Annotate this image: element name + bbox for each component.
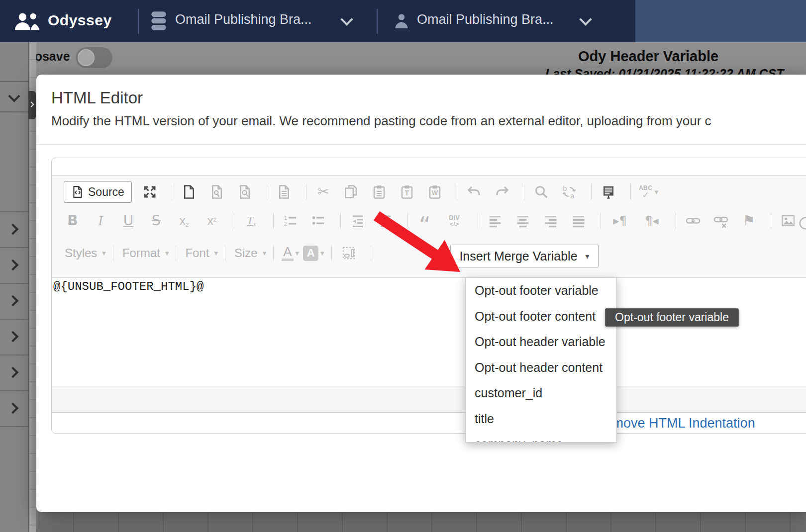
italic-button[interactable]: I [92, 211, 109, 230]
print-icon [277, 184, 292, 199]
select-all-button[interactable] [600, 182, 617, 201]
show-blocks-button[interactable] [340, 244, 358, 263]
background-color-button[interactable]: A ▾ [303, 246, 324, 261]
sidebar-item-chevron-right-icon[interactable] [7, 331, 19, 343]
source-button[interactable]: Source [64, 181, 132, 203]
size-dropdown[interactable]: Size ▾ [233, 246, 266, 260]
align-center-button[interactable] [514, 211, 532, 230]
brand-logo-text[interactable]: Odyssey [48, 12, 112, 29]
align-right-button[interactable] [542, 211, 560, 230]
editor-status-bar [52, 386, 806, 413]
numbered-list-button[interactable]: 1 2 [282, 211, 300, 230]
anchor-button[interactable]: ⚑ [740, 211, 758, 230]
find-button[interactable] [532, 182, 550, 201]
new-page-button[interactable] [180, 182, 198, 201]
increase-indent-button[interactable] [377, 211, 395, 230]
paste-from-word-button[interactable]: W [426, 182, 444, 201]
chevron-down-icon[interactable] [340, 13, 353, 25]
align-left-button[interactable] [486, 211, 504, 230]
screen: Odyssey Omail Publishing Bra... Omail Pu… [0, 0, 806, 532]
source-code-text[interactable]: @{UNSUB_FOOTER_HTML}@ [53, 280, 203, 293]
chevron-down-icon: ▾ [214, 249, 218, 258]
scissors-icon: ✂ [317, 185, 329, 199]
menu-item-customer-id[interactable]: customer_id [466, 380, 616, 406]
navbar-divider [138, 9, 139, 34]
text-direction-rtl-button[interactable]: ¶◂ [641, 211, 663, 230]
underline-button[interactable]: U [119, 211, 137, 230]
source-editing-area[interactable]: @{UNSUB_FOOTER_HTML}@ [52, 278, 806, 386]
insert-link-button[interactable] [684, 211, 702, 230]
chevron-down-icon[interactable] [8, 90, 20, 102]
account-dropdown-label[interactable]: Omail Publishing Bra... [417, 12, 554, 27]
maximize-button[interactable] [141, 182, 159, 201]
superscript-button[interactable]: x2 [203, 211, 221, 230]
templates-button[interactable] [208, 182, 226, 201]
strikethrough-button[interactable]: S [147, 211, 165, 230]
navbar-right-segment [635, 0, 806, 42]
sidebar-item-chevron-right-icon[interactable] [7, 295, 19, 307]
replace-button[interactable]: b a [560, 182, 578, 201]
copy-button[interactable] [342, 182, 360, 201]
editor-toolbar: Source ✂ T [52, 175, 806, 278]
decrease-indent-button[interactable] [349, 211, 367, 230]
source-button-label: Source [88, 185, 124, 199]
menu-item-opt-out-footer-content[interactable]: Opt-out footer content [466, 304, 616, 330]
rtl-icon: ¶◂ [645, 214, 658, 228]
sidebar-item-chevron-right-icon[interactable] [7, 367, 19, 378]
menu-item-company-name[interactable]: company_name [466, 432, 616, 443]
quote-icon: “ [419, 212, 431, 230]
menu-item-opt-out-header-content[interactable]: Opt-out header content [466, 355, 616, 381]
toolbar-separator [331, 245, 332, 261]
svg-text:a: a [570, 192, 574, 200]
sidebar-item-chevron-right-icon[interactable] [7, 260, 19, 271]
preview-icon [237, 184, 252, 199]
menu-item-opt-out-footer-variable[interactable]: Opt-out footer variable [466, 278, 616, 304]
chevron-down-icon[interactable] [579, 13, 592, 25]
spellcheck-button[interactable]: ABC ✓ ▾ [639, 182, 658, 201]
remove-html-indentation-link[interactable]: Remove HTML Indentation [595, 416, 755, 431]
font-dropdown[interactable]: Font ▾ [184, 246, 218, 260]
cut-button[interactable]: ✂ [314, 182, 332, 201]
modal-title: HTML Editor [51, 89, 143, 107]
chevron-down-icon: ▾ [654, 187, 658, 196]
paste-button[interactable] [370, 182, 388, 201]
size-dropdown-label: Size [234, 246, 258, 260]
underline-icon: U [123, 214, 134, 228]
remove-link-button[interactable] [712, 211, 730, 230]
sidebar-expand-tab[interactable] [28, 91, 36, 119]
div-container-button[interactable]: DIV</> [444, 211, 465, 230]
styles-dropdown[interactable]: Styles ▾ [64, 246, 106, 260]
bulleted-list-button[interactable] [309, 211, 327, 230]
insert-image-button[interactable] [779, 211, 797, 230]
text-color-button[interactable]: A ▾ [282, 245, 299, 261]
toolbar-separator [340, 213, 341, 229]
sidebar-item-chevron-right-icon[interactable] [7, 224, 19, 235]
remove-format-button[interactable]: Tx [242, 211, 260, 230]
menu-item-title[interactable]: title [466, 406, 616, 432]
toolbar-separator [676, 213, 676, 229]
menu-item-opt-out-header-variable[interactable]: Opt-out header variable [466, 329, 616, 355]
text-direction-ltr-button[interactable]: ▸¶ [609, 211, 631, 230]
toggle-knob [78, 49, 95, 66]
format-dropdown[interactable]: Format ▾ [121, 246, 169, 260]
insert-merge-variable-button[interactable]: Insert Merge Variable ▾ [450, 245, 599, 267]
bold-button[interactable]: B [64, 211, 82, 230]
sidebar-item-chevron-right-icon[interactable] [7, 403, 19, 414]
preview-button[interactable] [236, 182, 254, 201]
subscript-button[interactable]: x2 [175, 211, 193, 230]
workspace-dropdown-label[interactable]: Omail Publishing Bra... [175, 12, 312, 27]
toolbar-row-1: Source ✂ T [52, 179, 806, 204]
subscript-icon: x2 [180, 214, 189, 228]
blockquote-button[interactable]: “ [416, 211, 434, 230]
text-color-icon: A [282, 245, 293, 261]
undo-button[interactable] [465, 182, 483, 201]
print-button[interactable] [275, 182, 293, 201]
select-all-icon [601, 184, 616, 199]
redo-button[interactable] [493, 182, 511, 201]
justify-button[interactable] [570, 211, 588, 230]
paste-as-text-button[interactable]: T [398, 182, 416, 201]
autosave-toggle[interactable] [76, 47, 112, 68]
navbar-divider [377, 9, 378, 34]
smiley-button[interactable] [797, 214, 806, 232]
sidebar-divider [0, 283, 28, 284]
